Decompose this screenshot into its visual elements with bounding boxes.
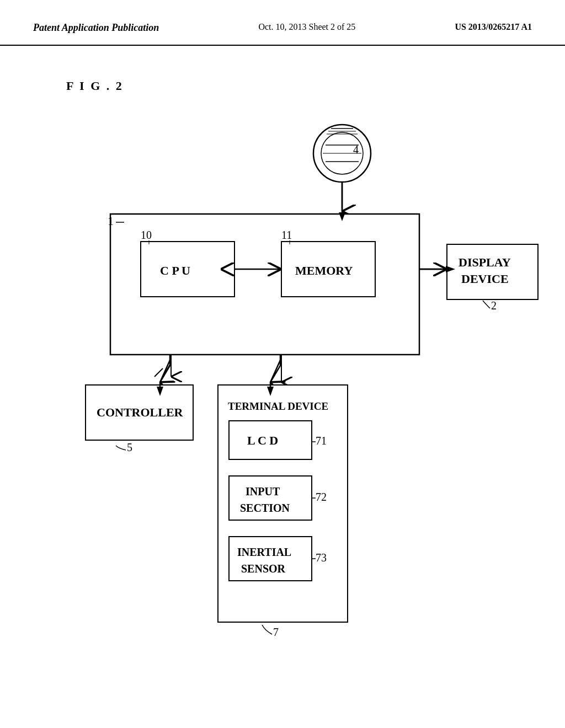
svg-text:INERTIAL: INERTIAL xyxy=(237,546,291,558)
svg-text:2: 2 xyxy=(491,299,497,312)
diagram-svg: 4 3 C P U 10 MEMORY 11 xyxy=(0,46,565,708)
svg-text:7: 7 xyxy=(273,626,279,638)
svg-text:SECTION: SECTION xyxy=(240,502,290,514)
svg-text:INPUT: INPUT xyxy=(246,485,280,497)
svg-text:TERMINAL  DEVICE: TERMINAL DEVICE xyxy=(228,400,328,412)
svg-text:CONTROLLER: CONTROLLER xyxy=(97,405,184,419)
svg-text:DEVICE: DEVICE xyxy=(461,272,509,286)
svg-line-23 xyxy=(154,368,163,377)
svg-text:1: 1 xyxy=(108,214,114,228)
svg-text:5: 5 xyxy=(127,441,132,453)
svg-text:C P U: C P U xyxy=(160,264,190,277)
svg-text:L C D: L C D xyxy=(247,433,278,447)
page-header: Patent Application Publication Oct. 10, … xyxy=(0,0,565,46)
svg-text:MEMORY: MEMORY xyxy=(295,264,353,277)
svg-text:4: 4 xyxy=(353,143,359,156)
svg-text:11: 11 xyxy=(281,229,292,241)
diagram-area: F I G . 2 4 3 C P U 10 MEMORY xyxy=(0,46,565,708)
patent-number: US 2013/0265217 A1 xyxy=(455,22,532,32)
svg-text:SENSOR: SENSOR xyxy=(241,563,286,575)
svg-text:73: 73 xyxy=(316,552,327,564)
svg-text:DISPLAY: DISPLAY xyxy=(459,255,511,269)
sheet-info: Oct. 10, 2013 Sheet 2 of 25 xyxy=(258,22,355,32)
svg-text:72: 72 xyxy=(316,491,327,503)
publication-label: Patent Application Publication xyxy=(33,22,159,34)
svg-text:71: 71 xyxy=(316,435,327,447)
svg-text:10: 10 xyxy=(141,229,152,241)
